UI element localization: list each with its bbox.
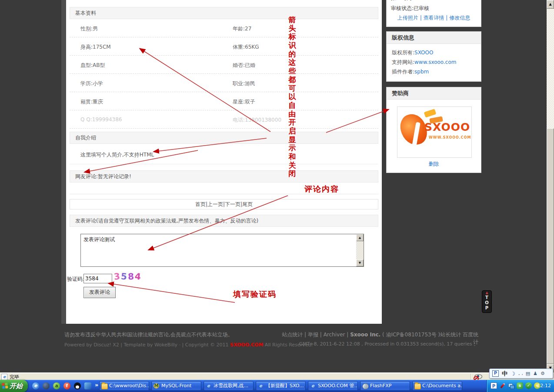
- top-letter: P: [482, 306, 491, 311]
- taskbar-window-button[interactable]: FlashFXP: [360, 381, 410, 391]
- sponsor-logo[interactable]: SXOOO WWW.SXOOO.COM: [397, 106, 472, 158]
- tray-antivirus-icon[interactable]: s: [517, 382, 523, 389]
- page-edge-strip: [61, 0, 66, 324]
- table-row: Q Q:199994386电话:13800138000: [70, 110, 378, 129]
- ime-settings-icon[interactable]: ⚙: [541, 371, 545, 376]
- footer-stat-links[interactable]: 站点统计 | 举报 | Archiver |: [282, 332, 350, 338]
- ie-icon: e: [310, 383, 316, 389]
- folder-icon: [101, 383, 108, 389]
- taskbar-window-button[interactable]: e【新提醒】SXO...: [256, 381, 306, 391]
- tray-shield-icon[interactable]: ✓: [525, 382, 532, 389]
- taskbar-window-button[interactable]: MMySQL-Front: [151, 381, 201, 391]
- captcha-image[interactable]: 3584: [114, 271, 142, 282]
- ie-page-icon: e: [1, 374, 7, 380]
- taskbar-window-button[interactable]: eSXOOO.COM 管...: [308, 381, 358, 391]
- scroll-up-icon[interactable]: ▲: [356, 234, 364, 241]
- field-marriage: 婚否:已婚: [233, 62, 255, 69]
- up-arrow-icon: ▲: [482, 291, 491, 295]
- blue-app-icon[interactable]: [84, 382, 91, 389]
- ime-language-icon[interactable]: 中: [502, 370, 507, 378]
- footer-notice: 请勿发布违反中华人民共和国法律法规的言论,会员观点不代表本站立场。: [64, 331, 233, 339]
- field-education: 学历:小学: [80, 80, 103, 87]
- copyright-box-title: 版权信息: [387, 32, 481, 44]
- profile-page-content: 基本资料 性别:男年龄:27 身高:175CM体重:65KG 血型:AB型婚否:…: [66, 0, 382, 324]
- field-age: 年龄:27: [233, 25, 251, 33]
- field-zodiac: 星座:双子: [233, 98, 255, 106]
- pagination[interactable]: 首页|上一页|下一页|尾页: [70, 199, 378, 209]
- sponsor-box-title: 赞助商: [387, 87, 481, 100]
- green-app-icon[interactable]: a: [53, 382, 60, 389]
- field-weight: 体重:65KG: [233, 43, 259, 51]
- register-time-line: 报名时间:2011-06-22 12:08:34: [391, 0, 469, 2]
- ie-quicklaunch-icon[interactable]: e: [32, 382, 39, 389]
- view-details-link[interactable]: 查看详情: [424, 15, 444, 21]
- tray-network-icon[interactable]: [508, 382, 514, 389]
- windows-taskbar: 开始 e a f » C:\wwwroot\Dis... MMySQL-Fron…: [0, 380, 554, 392]
- ie-icon: e: [206, 383, 211, 389]
- footer-brand-link[interactable]: SXOOO.COM: [230, 342, 263, 348]
- captcha-input[interactable]: [83, 274, 112, 283]
- quicklaunch-overflow-chevron[interactable]: »: [95, 382, 98, 388]
- browser-quicklaunch-icon[interactable]: [43, 382, 50, 389]
- powered-text: Powered by Discuz! X2 | Template by Woke…: [64, 342, 230, 348]
- table-row: 籍贯:重庆星座:双子: [70, 92, 378, 110]
- plugin-author-label: 插件作者:: [392, 69, 414, 75]
- comment-textarea[interactable]: 发表评论测试 ▲ ▼: [80, 234, 364, 267]
- scroll-up-icon[interactable]: ▲: [547, 0, 554, 9]
- captcha-digit: 8: [127, 271, 135, 282]
- field-gender: 性别:男: [80, 25, 98, 33]
- section-header-basic-info: 基本资料: [70, 7, 378, 19]
- scrollbar-thumb[interactable]: [547, 128, 554, 364]
- taskbar-window-button[interactable]: C:\Documents a...: [412, 381, 462, 391]
- plugin-author-link[interactable]: spbm: [414, 69, 429, 75]
- browser-scrollbar[interactable]: ▲ ▼: [547, 0, 554, 372]
- sponsor-box: 赞助商 SXOOO WWW.SXOOO.COM 删除: [386, 87, 481, 173]
- member-action-links: 上传照片 | 查看详情 | 修改信息: [387, 14, 481, 22]
- field-qq: Q Q:199994386: [80, 116, 122, 123]
- submit-comment-button[interactable]: 发表评论: [83, 287, 116, 298]
- upload-photo-link[interactable]: 上传照片: [397, 15, 418, 21]
- ime-user-icon[interactable]: ♟: [533, 371, 537, 376]
- taskbar-window-button[interactable]: C:\wwwroot\Dis...: [99, 381, 149, 391]
- section-header-intro: 自我介绍: [70, 132, 378, 144]
- ime-punctuation-icon[interactable]: 。,: [518, 371, 523, 376]
- edit-info-link[interactable]: 修改信息: [449, 15, 470, 21]
- qq-icon[interactable]: [74, 382, 81, 389]
- delete-sponsor-link[interactable]: 删除: [429, 161, 439, 167]
- copyright-owner-link[interactable]: SXOOO: [414, 50, 433, 56]
- ime-pinyin-icon[interactable]: P: [492, 370, 499, 377]
- textarea-scrollbar[interactable]: ▲ ▼: [356, 234, 364, 266]
- logo-flame-icon: [424, 109, 437, 117]
- tray-pen-icon[interactable]: [499, 382, 506, 389]
- privacy-blocked-icon: [474, 374, 485, 380]
- divider: [471, 374, 471, 379]
- copyright-row: 插件作者:spbm: [392, 68, 429, 76]
- flash-app-icon[interactable]: f: [63, 382, 70, 389]
- logo-wordmark: SXOOO: [424, 121, 470, 133]
- back-to-top-button[interactable]: ▲ T O P: [482, 290, 492, 313]
- section-header-comments: 网友评论:暂无评论记录!: [70, 170, 378, 183]
- tray-p-icon[interactable]: P: [491, 382, 497, 389]
- copyright-row: 支持网站:www.sxooo.com: [392, 59, 456, 66]
- support-site-link[interactable]: www.sxooo.com: [414, 59, 456, 65]
- intro-content: 这里填写个人简介,不支持HTML: [80, 151, 154, 159]
- table-row: 性别:男年龄:27: [70, 19, 378, 37]
- taskbar-window-button[interactable]: e冰雪战歌网,战...: [204, 381, 254, 391]
- comment-textarea-value: 发表评论测试: [83, 236, 115, 243]
- section-header-post-comment: 发表评论(请自觉遵守互联网相关的政策法规,严禁发布色情、暴力、反动的言论): [70, 215, 378, 227]
- intro-title: 自我介绍: [75, 135, 96, 141]
- table-row: 身高:175CM体重:65KG: [70, 37, 378, 56]
- scroll-down-icon[interactable]: ▼: [356, 259, 364, 266]
- flashfxp-icon: [362, 383, 369, 389]
- keyboard-icon[interactable]: ▤: [526, 371, 530, 376]
- start-label: 开始: [10, 382, 23, 390]
- copyright-label: 版权所有:: [392, 50, 414, 56]
- browser-status-bar: e 完毕: [0, 372, 554, 380]
- ime-fullhalf-icon[interactable]: ☽: [511, 371, 515, 377]
- divider: [70, 164, 378, 164]
- table-row: 血型:AB型婚否:已婚: [70, 56, 378, 74]
- start-button[interactable]: 开始: [0, 380, 28, 392]
- system-tray: P s ✓ + 12:12: [487, 380, 554, 392]
- field-phone: 电话:13800138000: [233, 116, 281, 124]
- ie-icon: e: [258, 383, 264, 389]
